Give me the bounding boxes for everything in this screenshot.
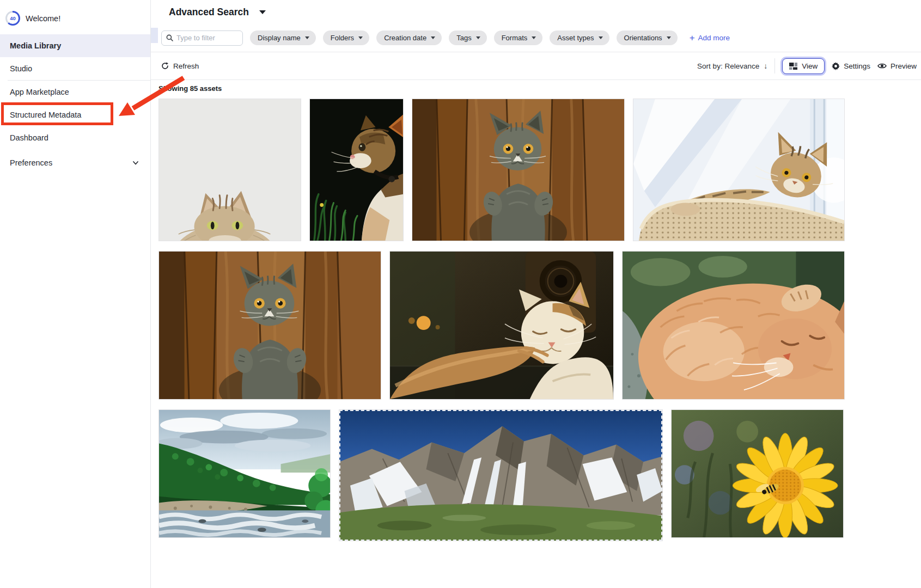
refresh-button[interactable]: Refresh <box>161 62 199 70</box>
results-area: Showing 85 assets <box>151 80 921 541</box>
photo-kitten-wood <box>412 99 624 241</box>
filter-pill-tags[interactable]: Tags <box>449 30 486 45</box>
page-header: Advanced Search <box>151 0 921 24</box>
asset-thumbnail-selected[interactable] <box>339 409 663 541</box>
asset-thumbnail[interactable] <box>158 409 331 538</box>
sidebar-item-dashboard[interactable]: Dashboard <box>0 126 150 149</box>
chevron-down-icon <box>132 159 139 167</box>
sidebar-item-media-library[interactable]: Media Library <box>0 34 150 57</box>
pill-label: Formats <box>502 34 528 42</box>
sort-by-label: Sort by: Relevance <box>697 62 759 70</box>
advanced-search-dropdown-icon[interactable] <box>259 10 266 14</box>
photo-kitten-wood-large <box>159 252 381 399</box>
pill-label: Folders <box>331 34 354 42</box>
toolbar: Refresh Sort by: Relevance ↓ View <box>151 52 921 80</box>
asset-thumbnail[interactable] <box>309 99 404 241</box>
sidebar-item-structured-metadata[interactable]: Structured Metadata <box>0 103 150 126</box>
chevron-down-icon <box>599 36 603 39</box>
chevron-down-icon <box>358 36 363 39</box>
photo-cat-peeking <box>159 99 301 241</box>
sidebar-item-label: Structured Metadata <box>10 111 81 119</box>
chevron-down-icon <box>532 36 536 39</box>
refresh-icon <box>161 62 169 70</box>
filter-pill-orientations[interactable]: Orientations <box>617 30 678 45</box>
filter-pill-formats[interactable]: Formats <box>494 30 543 45</box>
photo-cat-grass <box>310 99 403 241</box>
chevron-down-icon <box>305 36 309 39</box>
settings-button[interactable]: Settings <box>832 62 870 70</box>
filter-pill-asset-types[interactable]: Asset types <box>550 30 609 45</box>
asset-count: Showing 85 assets <box>158 84 921 93</box>
pill-label: Tags <box>456 34 471 42</box>
gear-icon <box>832 62 840 70</box>
plus-icon: + <box>690 33 695 42</box>
search-input[interactable] <box>176 34 236 42</box>
photo-hand-petting-cat <box>390 252 613 399</box>
pill-label: Orientations <box>624 34 662 42</box>
sidebar-item-app-marketplace[interactable]: App Marketplace <box>0 81 150 103</box>
grid-view-icon <box>789 63 797 70</box>
sidebar: 40 Welcome! Media Library Studio App Mar… <box>0 0 151 588</box>
avatar-progress-ring[interactable]: 40 <box>5 11 20 26</box>
refresh-label: Refresh <box>173 62 199 70</box>
chevron-down-icon <box>431 36 435 39</box>
avatar-value: 40 <box>7 13 19 24</box>
filter-bar: Display name Folders Creation date Tags … <box>151 24 921 52</box>
asset-thumbnail[interactable] <box>671 409 844 538</box>
asset-thumbnail[interactable] <box>389 251 614 400</box>
asset-thumbnail[interactable] <box>622 251 845 400</box>
photo-flower-bee <box>672 410 843 537</box>
asset-thumbnail[interactable] <box>412 99 625 241</box>
photo-ginger-cat <box>623 252 844 399</box>
gallery-row <box>158 251 921 400</box>
sidebar-item-label: Studio <box>10 64 32 73</box>
sort-by-control[interactable]: Sort by: Relevance ↓ <box>697 62 767 70</box>
asset-thumbnail[interactable] <box>158 251 381 400</box>
pill-label: Creation date <box>384 34 426 42</box>
filter-search-box[interactable] <box>161 30 243 46</box>
photo-river <box>159 410 330 537</box>
filter-pill-folders[interactable]: Folders <box>323 30 369 45</box>
chevron-down-icon <box>476 36 480 39</box>
sidebar-item-preferences[interactable]: Preferences <box>0 151 150 174</box>
filter-scroll-edge <box>151 28 158 43</box>
preview-label: Preview <box>890 62 917 70</box>
welcome-label: Welcome! <box>26 14 60 23</box>
filter-pill-display-name[interactable]: Display name <box>250 30 316 45</box>
pill-label: Display name <box>258 34 301 42</box>
asset-thumbnail[interactable] <box>633 99 845 241</box>
search-icon <box>166 34 173 41</box>
sidebar-item-label: App Marketplace <box>10 88 69 96</box>
view-button[interactable]: View <box>782 58 825 74</box>
eye-icon <box>877 63 887 69</box>
chevron-down-icon <box>667 36 671 39</box>
gallery-row <box>158 409 921 541</box>
photo-mountain <box>339 410 662 541</box>
gallery-row <box>158 99 921 241</box>
pill-label: Asset types <box>557 34 594 42</box>
settings-label: Settings <box>844 62 870 70</box>
sidebar-item-label: Media Library <box>10 41 61 50</box>
add-more-button[interactable]: + Add more <box>690 33 730 42</box>
asset-thumbnail[interactable] <box>158 99 301 241</box>
page-title: Advanced Search <box>169 7 249 18</box>
preview-button[interactable]: Preview <box>877 62 917 70</box>
sidebar-item-studio[interactable]: Studio <box>0 57 150 80</box>
toolbar-divider <box>774 58 775 74</box>
welcome-row: 40 Welcome! <box>0 0 150 34</box>
filter-pill-creation-date[interactable]: Creation date <box>376 30 442 45</box>
main-area: Advanced Search Display name Folders Cre… <box>151 0 921 588</box>
sort-direction-icon: ↓ <box>764 62 767 70</box>
photo-cat-basket <box>633 99 844 241</box>
add-more-label: Add more <box>698 34 730 42</box>
sidebar-item-label: Dashboard <box>10 133 48 142</box>
sidebar-item-label: Preferences <box>10 158 52 167</box>
view-label: View <box>802 62 818 70</box>
toolbar-right: Sort by: Relevance ↓ View Settings <box>697 58 917 74</box>
